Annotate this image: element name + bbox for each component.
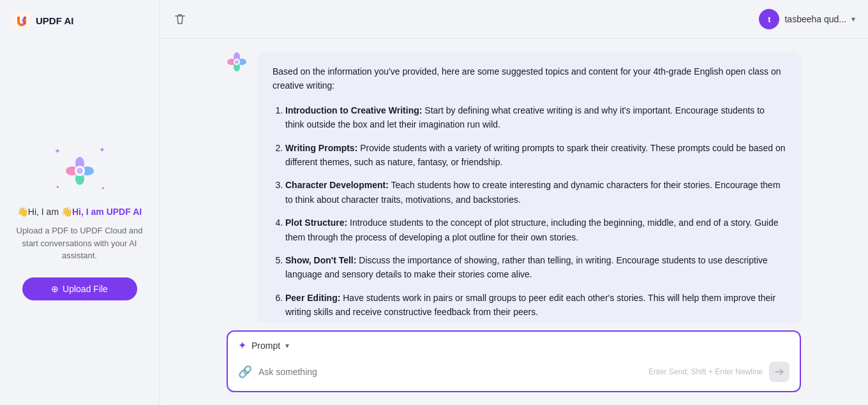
list-item: Introduction to Creative Writing: Start …	[285, 103, 786, 132]
sidebar-content: ✦ ✦ ✦ ✦ 👋Hi, I am 👋Hi, I am UPDF AI Uplo…	[0, 41, 159, 405]
list-item: Show, Don't Tell: Discuss the importance…	[285, 253, 786, 282]
message-list: Introduction to Creative Writing: Start …	[273, 103, 786, 323]
message-intro: Based on the information you've provided…	[273, 64, 786, 93]
user-profile[interactable]: t tasbeeha qud... ▾	[759, 9, 855, 29]
sparkle-br-icon: ✦	[101, 186, 105, 191]
ai-message-logo-icon	[227, 52, 247, 72]
input-bottom-bar: 🔗 Enter Send; Shift + Enter Newline	[228, 357, 800, 391]
sidebar: UPDF AI ✦ ✦ ✦ ✦ 👋Hi, I am 👋Hi, I am UPDF…	[0, 0, 160, 405]
sparkle-icon: ✦	[238, 339, 246, 351]
updf-logo-icon	[13, 11, 31, 29]
input-hint: Enter Send; Shift + Enter Newline	[648, 367, 763, 376]
message-container: Based on the information you've provided…	[227, 52, 801, 323]
list-item: Character Development: Teach students ho…	[285, 178, 786, 207]
sidebar-logo: UPDF AI	[0, 0, 159, 41]
user-avatar: t	[759, 9, 779, 29]
sparkle-tl-icon: ✦	[54, 147, 61, 156]
chat-area: Based on the information you've provided…	[160, 39, 868, 323]
svg-point-6	[77, 168, 83, 174]
topbar: t tasbeeha qud... ▾	[160, 0, 868, 39]
upload-button-label: Upload File	[63, 284, 108, 294]
send-icon	[774, 367, 784, 377]
ask-input[interactable]	[258, 367, 642, 377]
ai-center-logo-icon	[64, 156, 95, 186]
input-top-bar: ✦ Prompt ▾	[228, 332, 800, 357]
input-box: ✦ Prompt ▾ 🔗 Enter Send; Shift + Enter N…	[227, 330, 801, 392]
delete-button[interactable]	[172, 11, 188, 27]
list-item: Writing Prompts: Provide students with a…	[285, 141, 786, 170]
list-item: Peer Editing: Have students work in pair…	[285, 291, 786, 320]
ai-logo-container: ✦ ✦ ✦ ✦	[54, 145, 105, 196]
list-item: Plot Structure: Introduce students to th…	[285, 216, 786, 244]
upload-icon: ⊕	[51, 284, 59, 294]
svg-point-12	[235, 60, 239, 64]
trash-icon	[174, 13, 186, 26]
send-button[interactable]	[769, 362, 789, 382]
user-name-label: tasbeeha qud...	[784, 14, 846, 24]
app-title: UPDF AI	[36, 15, 73, 26]
sparkle-tr-icon: ✦	[99, 145, 105, 154]
description-text: Upload a PDF to UPDF Cloud and start con…	[13, 225, 146, 262]
upload-file-button[interactable]: ⊕ Upload File	[22, 277, 137, 300]
prompt-label: Prompt	[251, 341, 280, 351]
chevron-down-icon: ▾	[851, 15, 855, 24]
greeting-text: 👋Hi, I am 👋Hi, I am UPDF AI	[17, 207, 142, 217]
prompt-dropdown-icon[interactable]: ▾	[285, 341, 289, 350]
main-panel: t tasbeeha qud... ▾ Based on the informa…	[160, 0, 868, 405]
sparkle-bl-icon: ✦	[56, 184, 60, 190]
input-area: ✦ Prompt ▾ 🔗 Enter Send; Shift + Enter N…	[201, 323, 827, 405]
ai-message-bubble: Based on the information you've provided…	[257, 52, 801, 323]
attach-icon[interactable]: 🔗	[238, 365, 252, 379]
